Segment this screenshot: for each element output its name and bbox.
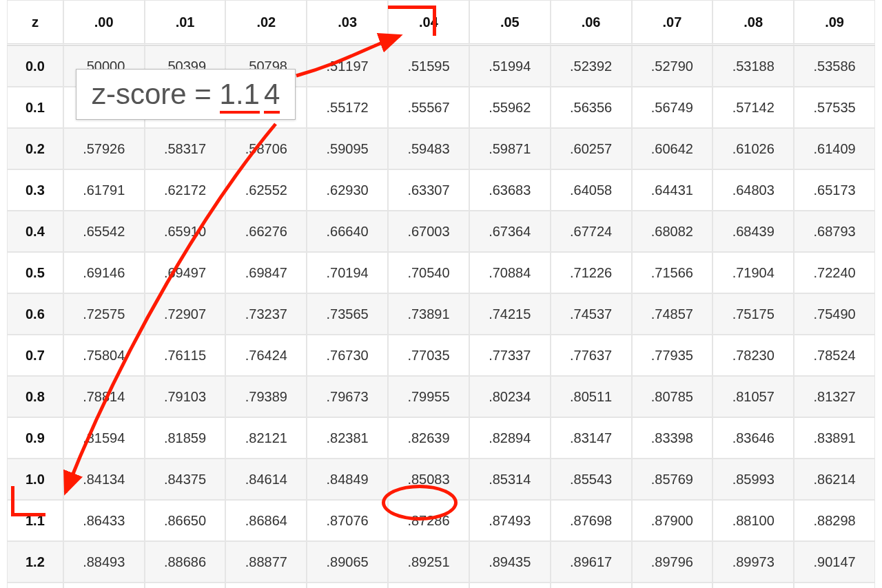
arrow-to-column [296, 36, 400, 76]
arrow-to-row [65, 124, 276, 492]
annotation-arrows [0, 0, 882, 588]
